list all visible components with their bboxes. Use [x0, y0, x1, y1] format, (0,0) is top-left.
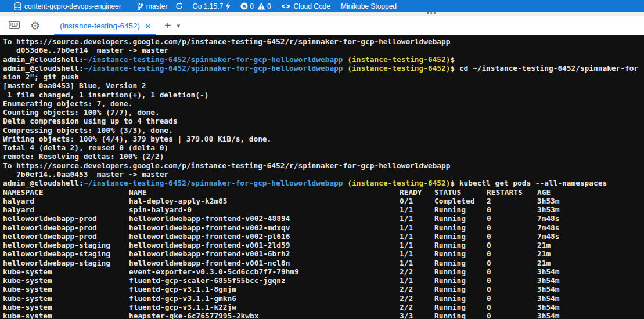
pod-cell: Running	[434, 241, 487, 249]
pod-row: kube-systemfluentd-gcp-v3.1.1-8gnjm2/2Ru…	[3, 285, 644, 293]
pod-cell: helloworldwebapp-staging	[3, 241, 129, 249]
pod-row: kube-systemheapster-gke-6c76577995-2kwbx…	[3, 311, 644, 319]
problems-item[interactable]: 0 0	[240, 0, 271, 12]
pod-cell: 0	[487, 205, 537, 214]
pod-cell: 1/1	[400, 259, 434, 267]
prompt-dollar: $	[450, 55, 455, 64]
active-tab-underline	[54, 34, 156, 35]
terminal-text: [master 0aa0453] Blue, Version 2	[3, 81, 146, 90]
pods-column-header: NAMESPACE	[3, 188, 129, 197]
prompt-command: cd ~/instance-testing-6452/spinnaker-for	[455, 64, 638, 72]
pod-cell: 1/1	[400, 249, 434, 258]
warning-count: 0	[267, 2, 271, 10]
error-count: 0	[250, 2, 254, 10]
terminal-text: Delta compression using up to 4 threads	[3, 117, 177, 125]
pod-cell: Completed	[434, 197, 487, 205]
pod-row: kube-systemevent-exporter-v0.3.0-5cd6ccb…	[3, 267, 644, 276]
cloud-code-item[interactable]: <> Cloud Code	[282, 0, 330, 12]
pod-cell: helloworldwebapp-frontend-v001-2ld59	[129, 241, 400, 249]
prompt-user: admin_@cloudshell:	[3, 64, 84, 72]
pod-cell: helloworldwebapp-prod	[3, 214, 129, 223]
pod-cell: spin-halyard-0	[129, 205, 400, 214]
pod-cell: 0/1	[400, 197, 434, 205]
go-version-item[interactable]: Go 1.15.7	[192, 0, 231, 12]
pod-cell: Running	[434, 232, 487, 241]
terminal-line: Writing objects: 100% (4/4), 379 bytes |…	[3, 135, 644, 143]
pod-cell: Running	[434, 267, 487, 276]
project-status-item[interactable]: content-gcpro-devops-engineer	[14, 0, 121, 12]
pod-cell: Running	[434, 285, 487, 293]
pods-column-header: NAME	[129, 188, 400, 197]
lightning-icon	[225, 2, 231, 10]
terminal[interactable]: To https://source.developers.google.com/…	[0, 35, 644, 319]
pods-table-header: NAMESPACENAMEREADYSTATUSRESTARTSAGE	[3, 188, 644, 197]
terminal-tab-label: (instance-testing-6452)	[60, 21, 140, 30]
terminal-text: d053d6e..7b0ef14 master -> master	[3, 46, 168, 55]
settings-button[interactable]: ⚙	[30, 20, 40, 31]
cloud-code-label: Cloud Code	[294, 2, 330, 10]
pod-cell: Running	[434, 294, 487, 303]
terminal-tab[interactable]: (instance-testing-6452) ×	[54, 16, 156, 35]
terminal-text: remote: Resolving deltas: 100% (2/2)	[3, 152, 164, 161]
pod-row: kube-systemfluentd-gcp-scaler-6855f55bcc…	[3, 276, 644, 285]
pods-column-header: STATUS	[434, 188, 487, 197]
go-version: Go 1.15.7	[192, 2, 223, 10]
pod-cell: kube-system	[3, 303, 129, 311]
pod-cell: hal-deploy-apply-k2m85	[129, 197, 400, 205]
pod-cell: helloworldwebapp-staging	[3, 259, 129, 267]
prompt-command: kubectl get pods --all-namespaces	[455, 179, 607, 187]
terminal-text: To https://source.developers.google.com/…	[3, 37, 450, 46]
warning-icon	[257, 2, 265, 10]
pod-cell: 3h54m	[537, 294, 560, 303]
pod-cell: 21m	[537, 249, 551, 258]
pod-row: helloworldwebapp-staginghelloworldwebapp…	[3, 241, 644, 249]
git-branch-item[interactable]: master	[137, 0, 168, 12]
minikube-status-item[interactable]: Minikube Stopped	[341, 0, 397, 12]
keyboard-button[interactable]	[9, 21, 20, 31]
terminal-line: Compressing objects: 100% (3/3), done.	[3, 126, 644, 135]
terminal-line: d053d6e..7b0ef14 master -> master	[3, 46, 644, 55]
pod-cell: 2/2	[400, 294, 434, 303]
terminal-line: Counting objects: 100% (7/7), done.	[3, 108, 644, 117]
terminal-tab-bar: ⚙ (instance-testing-6452) × + ▾	[0, 16, 644, 35]
pod-cell: 1/1	[400, 214, 434, 223]
terminal-text: Compressing objects: 100% (3/3), done.	[3, 126, 173, 135]
gear-icon: ⚙	[30, 20, 40, 31]
panel-splitter[interactable]: •••	[0, 12, 644, 16]
terminal-text: sion 2"; git push	[3, 72, 79, 81]
terminal-text: Counting objects: 100% (7/7), done.	[3, 108, 160, 117]
pod-row: kube-systemfluentd-gcp-v3.1.1-gmkn62/2Ru…	[3, 294, 644, 303]
pod-cell: 3h53m	[537, 197, 560, 205]
prompt-path: ~/instance-testing-6452/spinnaker-for-gc…	[84, 64, 343, 72]
pod-cell: 1/1	[400, 223, 434, 232]
pod-cell: 2	[487, 197, 537, 205]
minikube-status: Minikube Stopped	[341, 2, 397, 10]
pod-cell: Running	[434, 223, 487, 232]
pod-cell: 1/1	[400, 205, 434, 214]
pod-cell: kube-system	[3, 276, 129, 285]
new-tab-button[interactable]: +	[164, 19, 171, 32]
pod-cell: 0	[487, 249, 537, 258]
pod-row: halyardhal-deploy-apply-k2m850/1Complete…	[3, 197, 644, 205]
tab-close-icon[interactable]: ×	[145, 21, 150, 31]
prompt-path: ~/instance-testing-6452/spinnaker-for-gc…	[84, 55, 343, 64]
pod-cell: 0	[487, 214, 537, 223]
splitter-handle-icon[interactable]: •••	[427, 10, 437, 16]
pod-cell: 0	[487, 223, 537, 232]
pod-row: helloworldwebapp-prodhelloworldwebapp-fr…	[3, 214, 644, 223]
pod-cell: 3h54m	[537, 303, 560, 311]
database-icon	[14, 2, 21, 10]
terminal-line: To https://source.developers.google.com/…	[3, 161, 644, 170]
tab-options-caret-icon[interactable]: ▾	[177, 22, 181, 30]
pod-cell: 0	[487, 276, 537, 285]
pod-cell: halyard	[3, 205, 129, 214]
pod-cell: Running	[434, 259, 487, 267]
pod-row: helloworldwebapp-staginghelloworldwebapp…	[3, 259, 644, 267]
pod-cell: kube-system	[3, 285, 129, 293]
pod-row: helloworldwebapp-prodhelloworldwebapp-fr…	[3, 223, 644, 232]
pod-cell: Running	[434, 303, 487, 311]
pod-cell: helloworldwebapp-staging	[3, 249, 129, 258]
refresh-button[interactable]	[175, 0, 183, 12]
pods-column-header: READY	[400, 188, 434, 197]
pod-cell: 1/1	[400, 241, 434, 249]
